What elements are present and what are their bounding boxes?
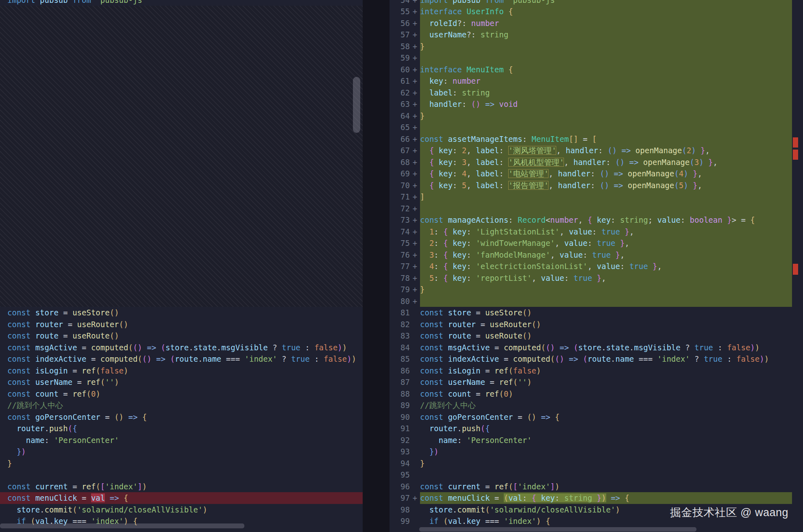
line-number[interactable]: 65+ <box>390 122 420 133</box>
line-number[interactable]: 72+ <box>390 203 420 215</box>
code-line[interactable]: const goPersonCenter = () => { <box>0 411 363 423</box>
code-line[interactable]: const indexActive = computed(() => (rout… <box>420 353 792 365</box>
code-line[interactable]: const route = useRoute() <box>420 330 792 342</box>
code-line[interactable]: } <box>0 458 363 469</box>
code-line[interactable]: { key: 5, label: '报告管理', handler: () => … <box>420 180 792 191</box>
code-line[interactable]: const router = useRouter() <box>420 319 792 330</box>
code-line[interactable]: const count = ref(0) <box>0 388 363 400</box>
code-line[interactable]: const userName = ref('') <box>420 376 792 388</box>
line-number[interactable]: 64+ <box>390 110 420 122</box>
right-horizontal-scrollbar-thumb[interactable] <box>419 527 696 532</box>
code-line[interactable] <box>0 469 363 481</box>
line-number[interactable]: 67+ <box>390 145 420 156</box>
line-number[interactable]: 87 <box>390 376 420 388</box>
line-number[interactable]: 86 <box>390 365 420 377</box>
line-number[interactable]: 66+ <box>390 133 420 145</box>
code-line[interactable]: 2: { key: 'windTowerManage', value: true… <box>420 237 792 249</box>
code-line[interactable]: key: number <box>420 75 792 87</box>
code-line[interactable]: const manageActions: Record<number, { ke… <box>420 214 792 226</box>
line-number[interactable]: 83 <box>390 330 420 342</box>
code-line[interactable]: const menuClick = val => { <box>0 492 363 504</box>
left-horizontal-scrollbar-thumb[interactable] <box>0 523 244 528</box>
code-line[interactable]: //跳到个人中心 <box>420 400 792 411</box>
code-line[interactable]: const userName = ref('') <box>0 376 363 388</box>
line-number[interactable]: 61+ <box>390 75 420 87</box>
code-line[interactable]: const indexActive = computed(() => (rout… <box>0 353 363 365</box>
diff-overview-marker[interactable] <box>793 137 798 148</box>
code-line[interactable] <box>420 469 792 481</box>
code-line[interactable]: //跳到个人中心 <box>0 400 363 411</box>
code-line[interactable]: store.commit('solarwind/closeAllVisible'… <box>0 504 363 516</box>
line-number[interactable]: 99 <box>390 515 420 527</box>
line-number[interactable]: 58+ <box>390 41 420 52</box>
line-number[interactable]: 79+ <box>390 284 420 295</box>
line-number[interactable]: 70+ <box>390 180 420 191</box>
line-number[interactable]: 92 <box>390 434 420 446</box>
code-line[interactable]: } <box>420 458 792 469</box>
code-line[interactable] <box>420 52 792 64</box>
code-line[interactable]: 1: { key: 'LightStationList', value: tru… <box>420 226 792 238</box>
code-line[interactable]: } <box>420 41 792 52</box>
code-line[interactable]: interface UserInfo { <box>420 6 792 17</box>
line-number[interactable]: 59+ <box>390 52 420 64</box>
line-number[interactable]: 62+ <box>390 87 420 99</box>
code-line[interactable]: 5: { key: 'reportList', value: true }, <box>420 272 792 284</box>
code-line[interactable]: userName?: string <box>420 29 792 41</box>
diff-overview-marker[interactable] <box>793 150 798 160</box>
code-line[interactable]: import pubsub from 'pubsub-js' <box>420 0 792 6</box>
code-line[interactable]: const assetManageItems: MenuItem[] = [ <box>420 133 792 145</box>
line-number[interactable]: 78+ <box>390 272 420 284</box>
line-number[interactable]: 90 <box>390 411 420 423</box>
line-number[interactable]: 55+ <box>390 6 420 17</box>
diff-right-pane[interactable]: 54+import pubsub from 'pubsub-js'55+inte… <box>390 0 803 532</box>
line-number[interactable]: 89 <box>390 400 420 411</box>
overview-ruler[interactable] <box>793 0 798 532</box>
line-number[interactable]: 97+ <box>390 492 420 504</box>
code-line[interactable] <box>420 203 792 215</box>
code-line[interactable]: } <box>420 284 792 295</box>
code-line[interactable]: const menuClick = (val: { key: string })… <box>420 492 792 504</box>
code-line[interactable]: } <box>420 110 792 122</box>
code-line[interactable]: const store = useStore() <box>420 307 792 319</box>
line-number[interactable]: 95 <box>390 469 420 481</box>
code-line[interactable]: const msgActive = computed(() => (store.… <box>0 342 363 354</box>
code-line[interactable]: 3: { key: 'fanModelManage', value: true … <box>420 249 792 261</box>
line-number[interactable]: 77+ <box>390 261 420 272</box>
line-number[interactable]: 98 <box>390 504 420 516</box>
line-number[interactable]: 96 <box>390 481 420 493</box>
line-number[interactable]: 54+ <box>390 0 420 6</box>
code-line[interactable]: import pubsub from 'pubsub-js' <box>0 0 363 6</box>
code-line[interactable] <box>420 295 792 307</box>
line-number[interactable]: 93 <box>390 446 420 458</box>
line-number[interactable]: 71+ <box>390 191 420 203</box>
code-line[interactable]: ] <box>420 191 792 203</box>
code-line[interactable]: { key: 3, label: '风机机型管理', handler: () =… <box>420 156 792 168</box>
code-line[interactable]: const store = useStore() <box>0 307 363 319</box>
line-number[interactable]: 76+ <box>390 249 420 261</box>
line-number[interactable]: 74+ <box>390 226 420 238</box>
line-number[interactable]: 85 <box>390 353 420 365</box>
code-line[interactable]: label: string <box>420 87 792 99</box>
code-line[interactable]: { key: 2, label: '测风塔管理', handler: () =>… <box>420 145 792 156</box>
line-number[interactable]: 60+ <box>390 64 420 76</box>
code-line[interactable]: const isLogin = ref(false) <box>420 365 792 377</box>
code-line[interactable]: const router = useRouter() <box>0 319 363 330</box>
line-number[interactable]: 84 <box>390 342 420 354</box>
code-line[interactable]: const count = ref(0) <box>420 388 792 400</box>
code-line[interactable]: const msgActive = computed(() => (store.… <box>420 342 792 354</box>
left-vertical-scrollbar-thumb[interactable] <box>353 77 360 133</box>
line-number[interactable]: 68+ <box>390 156 420 168</box>
code-line[interactable]: }) <box>420 446 792 458</box>
code-line[interactable]: const isLogin = ref(false) <box>0 365 363 377</box>
code-line[interactable]: const current = ref(['index']) <box>420 481 792 493</box>
code-line[interactable]: name: 'PersonCenter' <box>0 434 363 446</box>
code-line[interactable]: roleId?: number <box>420 17 792 29</box>
line-number[interactable]: 57+ <box>390 29 420 41</box>
line-number[interactable]: 69+ <box>390 168 420 180</box>
diff-left-pane[interactable]: import pubsub from 'pubsub-js'const stor… <box>0 0 363 532</box>
code-line[interactable]: { key: 4, label: '电站管理', handler: () => … <box>420 168 792 180</box>
diff-splitter[interactable] <box>363 0 390 532</box>
line-number[interactable]: 73+ <box>390 214 420 226</box>
code-line[interactable] <box>420 122 792 133</box>
line-number[interactable]: 81 <box>390 307 420 319</box>
